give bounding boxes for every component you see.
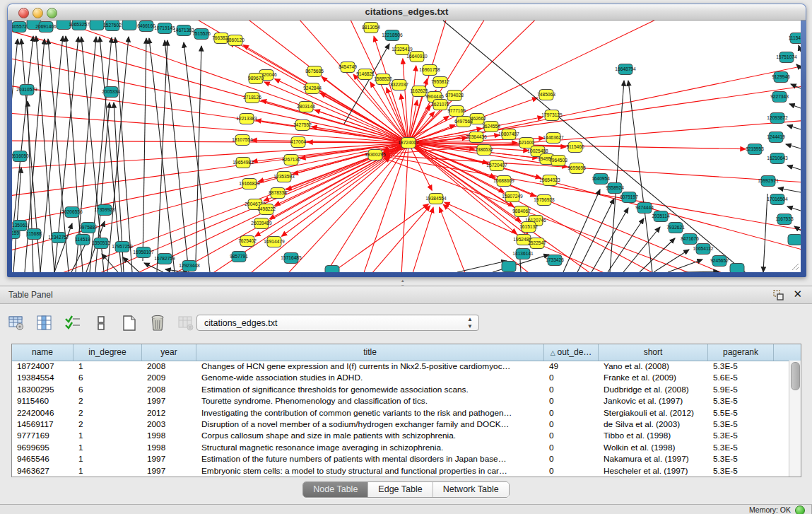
network-edge[interactable] (787, 165, 801, 170)
network-node-7515526[interactable]: 7515526 (192, 29, 211, 40)
tab-network-table[interactable]: Network Table (433, 482, 509, 497)
network-edge[interactable] (358, 206, 430, 272)
network-node-10688609[interactable]: 10688609 (493, 176, 514, 187)
network-edge[interactable] (309, 204, 428, 272)
delete-table-icon[interactable] (148, 314, 167, 332)
network-node-2718126[interactable]: 2718126 (243, 93, 261, 103)
column-header-in_degree[interactable]: in_degree (73, 344, 142, 361)
network-edge[interactable] (778, 188, 801, 192)
network-node-2616050[interactable]: 2616050 (12, 151, 29, 162)
column-header-short[interactable]: short (599, 344, 708, 361)
unselect-all-icon[interactable] (92, 314, 110, 332)
network-edge[interactable] (654, 250, 689, 272)
network-node-12218506[interactable]: 12218506 (382, 30, 403, 41)
network-node-8471676[interactable]: 8471676 (681, 234, 699, 245)
network-node-114519[interactable]: 114519 (75, 235, 90, 245)
network-edge[interactable] (408, 21, 493, 143)
table-settings-icon[interactable] (7, 314, 25, 332)
network-node-8675685[interactable]: 8675685 (305, 66, 324, 77)
network-edge[interactable] (440, 207, 471, 272)
network-node-14463627[interactable]: 14463627 (543, 133, 564, 144)
network-node-9884067[interactable]: 9884067 (512, 206, 531, 217)
tab-node-table[interactable]: Node Table (303, 482, 368, 497)
network-edge[interactable] (143, 38, 146, 261)
table-row[interactable]: 1830029562008Estimation of significance … (12, 384, 789, 395)
network-edge[interactable] (668, 259, 702, 272)
network-node-10653257[interactable]: 10653257 (69, 21, 90, 30)
resize-grip-icon[interactable] (789, 261, 799, 271)
table-row[interactable]: 969969511998Structural magnetic resonanc… (12, 442, 789, 453)
network-node-16210643[interactable]: 16210643 (767, 153, 788, 164)
network-node-1244419[interactable]: 1244419 (767, 132, 785, 143)
network-node-8813054[interactable]: 8813054 (362, 23, 380, 33)
network-edge[interactable] (786, 144, 801, 148)
network-node-9857791[interactable]: 9857791 (230, 252, 248, 262)
network-node-6794028[interactable]: 6794028 (445, 90, 464, 101)
tab-edge-table[interactable]: Edge Table (368, 482, 433, 497)
network-node-7964503[interactable]: 7964503 (549, 156, 567, 166)
network-node[interactable] (325, 266, 339, 273)
network-node-7932621[interactable]: 7932621 (666, 223, 685, 233)
column-header-out_de[interactable]: △out_de… (544, 344, 599, 361)
table-row[interactable]: 1872400712008Changes of HCN gene express… (12, 361, 789, 372)
network-node-16640910[interactable]: 16640910 (406, 52, 428, 62)
network-node-20206536[interactable]: 20206536 (61, 207, 83, 218)
network-node-16958107[interactable]: 16958107 (133, 247, 154, 258)
network-edge[interactable] (358, 143, 408, 272)
network-node-9242844[interactable]: 9242844 (303, 83, 322, 94)
table-row[interactable]: 2242004622012Investigating the contribut… (12, 407, 789, 419)
network-node-3427552[interactable]: 3427552 (293, 120, 312, 131)
network-node-6497568[interactable]: 6497568 (454, 117, 473, 127)
network-node[interactable] (90, 21, 104, 30)
network-node-1498222[interactable]: 1498222 (257, 204, 276, 215)
network-node-9129946[interactable]: 9129946 (772, 72, 790, 83)
network-edge[interactable] (592, 208, 628, 272)
table-row[interactable]: 946554611997Estimation of the future num… (12, 453, 789, 465)
network-edge[interactable] (787, 125, 801, 129)
network-node-9227343[interactable]: 9227343 (770, 92, 789, 103)
network-node-16648794[interactable]: 16648794 (615, 64, 636, 75)
column-header-title[interactable]: title (196, 344, 544, 361)
network-edge[interactable] (146, 143, 408, 272)
network-edge[interactable] (799, 45, 801, 52)
network-node-8322037[interactable]: 8322037 (390, 80, 408, 90)
network-node-15807249[interactable]: 15807249 (502, 192, 523, 202)
network-node-9975887[interactable]: 9975887 (79, 223, 98, 233)
network-node-20310573[interactable]: 20310573 (16, 85, 37, 95)
network-node-15751074[interactable]: 15751074 (776, 52, 797, 63)
network-edge[interactable] (157, 40, 167, 272)
network-node-7625402[interactable]: 7625402 (238, 236, 257, 247)
network-node-9777169[interactable]: 9777169 (447, 106, 466, 117)
network-node-115688[interactable]: 115688 (26, 229, 42, 240)
network-node-989670[interactable]: 989670 (248, 74, 264, 84)
column-header-year[interactable]: year (142, 344, 196, 361)
network-edge[interactable] (12, 21, 408, 143)
network-node-26039489[interactable]: 26039489 (251, 218, 272, 229)
network-node-9699695[interactable]: 9699695 (567, 163, 586, 174)
network-node-12325419[interactable]: 12325419 (392, 45, 413, 55)
network-node-19384554[interactable]: 19384554 (425, 194, 447, 204)
network-node-2935114[interactable]: 2935114 (652, 211, 670, 222)
network-edge[interactable] (165, 40, 189, 272)
network-edge[interactable] (623, 227, 660, 272)
network-node-135061[interactable]: 135061 (12, 221, 28, 231)
network-edge[interactable] (763, 194, 767, 272)
network-edge[interactable] (683, 271, 719, 272)
network-edge[interactable] (384, 21, 683, 151)
network-node-6466160[interactable]: 6466160 (137, 21, 155, 32)
network-node-18107554[interactable]: 18107554 (232, 135, 253, 146)
network-node-1527602[interactable]: 1527602 (103, 21, 122, 31)
select-all-icon[interactable] (64, 314, 82, 332)
table-row[interactable]: 1938455462009Genome-wide association stu… (12, 372, 789, 383)
network-edge[interactable] (408, 143, 801, 254)
column-header-name[interactable]: name (12, 344, 73, 361)
network-node-16914479[interactable]: 16914479 (264, 237, 285, 247)
network-node[interactable] (730, 264, 744, 273)
network-node-14671363[interactable]: 14671363 (173, 25, 194, 36)
network-edge[interactable] (610, 81, 624, 272)
table-selector-dropdown[interactable]: citations_edges.txt ▲▼ (196, 315, 479, 331)
network-node-8860120[interactable]: 8860120 (226, 35, 245, 46)
network-node-10807487[interactable]: 10807487 (498, 129, 519, 140)
close-panel-icon[interactable]: ✕ (793, 288, 802, 300)
network-node-10654112[interactable]: 10654112 (693, 244, 714, 255)
